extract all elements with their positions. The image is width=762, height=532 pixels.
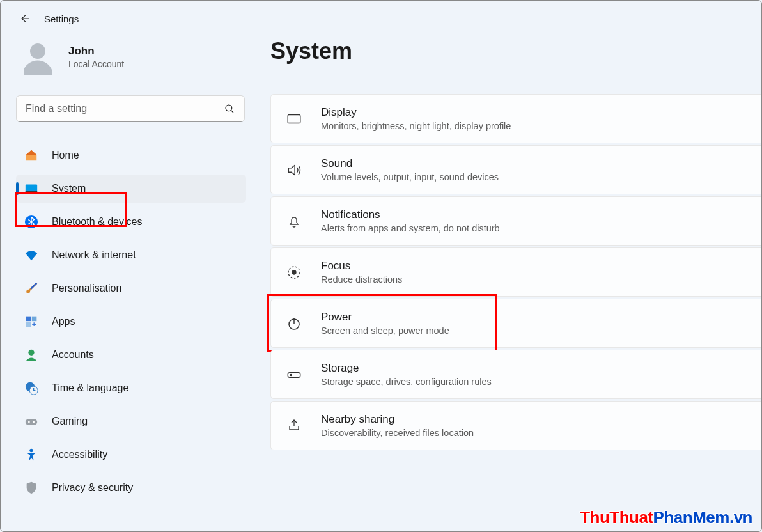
card-title: Nearby sharing [321, 413, 474, 426]
watermark-part1: ThuThuat [580, 508, 653, 527]
share-icon [285, 417, 303, 435]
nav-label: Privacy & security [52, 482, 133, 494]
nav-list: Home System Bluetooth & devices Network … [16, 141, 246, 502]
svg-point-21 [290, 374, 292, 375]
nav-label: Network & internet [52, 249, 136, 261]
svg-point-0 [30, 43, 45, 59]
sidebar-item-time-language[interactable]: Time & language [16, 374, 246, 402]
back-icon[interactable] [19, 12, 31, 25]
page-title: System [270, 38, 762, 65]
svg-rect-7 [26, 322, 31, 327]
bluetooth-icon [24, 214, 39, 230]
svg-point-1 [226, 105, 232, 111]
card-storage[interactable]: Storage Storage space, drives, configura… [270, 350, 762, 399]
display-icon [285, 110, 303, 128]
sidebar-item-accessibility[interactable]: Accessibility [16, 441, 246, 469]
user-name: John [68, 45, 124, 58]
card-title: Display [321, 106, 511, 119]
svg-point-15 [29, 449, 33, 453]
brush-icon [24, 281, 39, 296]
nav-label: Personalisation [52, 283, 121, 294]
accounts-icon [24, 347, 39, 363]
system-icon [24, 181, 39, 196]
home-icon [24, 148, 39, 163]
card-sub: Screen and sleep, power mode [321, 325, 449, 336]
card-title: Notifications [321, 208, 500, 221]
nav-label: Bluetooth & devices [52, 216, 142, 228]
user-account-type: Local Account [68, 59, 124, 69]
watermark-part3: .vn [729, 508, 752, 527]
card-sub: Monitors, brightness, night light, displ… [321, 121, 511, 131]
sidebar-item-personalisation[interactable]: Personalisation [16, 274, 246, 302]
card-sub: Discoverability, received files location [321, 428, 474, 438]
watermark-part2: PhanMem [653, 508, 729, 527]
svg-rect-16 [288, 114, 300, 123]
nav-label: Accounts [52, 349, 94, 361]
app-title: Settings [44, 13, 79, 24]
shield-icon [24, 480, 39, 496]
sidebar-item-home[interactable]: Home [16, 141, 246, 169]
settings-card-list: Display Monitors, brightness, night ligh… [270, 94, 762, 450]
gaming-icon [24, 414, 39, 429]
main-content: System Display Monitors, brightness, nig… [255, 25, 762, 524]
card-title: Storage [321, 362, 492, 375]
sidebar-item-privacy[interactable]: Privacy & security [16, 474, 246, 502]
apps-icon: + [24, 314, 39, 329]
focus-icon [285, 263, 303, 281]
sidebar-item-system[interactable]: System [16, 175, 246, 203]
avatar-icon [19, 38, 57, 76]
svg-point-14 [33, 421, 35, 423]
sound-icon [285, 161, 303, 179]
svg-point-18 [292, 270, 296, 274]
nav-label: Time & language [52, 382, 128, 394]
svg-point-13 [28, 421, 30, 423]
sidebar-item-bluetooth[interactable]: Bluetooth & devices [16, 208, 246, 236]
svg-rect-3 [26, 191, 37, 193]
card-sub: Volume levels, output, input, sound devi… [321, 172, 499, 182]
accessibility-icon [24, 447, 39, 462]
card-title: Focus [321, 260, 402, 272]
sidebar-item-network[interactable]: Network & internet [16, 241, 246, 269]
card-notifications[interactable]: Notifications Alerts from apps and syste… [270, 196, 762, 246]
watermark: ThuThuatPhanMem.vn [580, 508, 752, 528]
card-title: Power [321, 311, 449, 324]
nav-label: System [52, 183, 86, 194]
user-block[interactable]: John Local Account [19, 38, 246, 76]
svg-point-9 [28, 350, 34, 356]
card-sub: Alerts from apps and system, do not dist… [321, 223, 500, 233]
sidebar-item-gaming[interactable]: Gaming [16, 407, 246, 435]
card-power[interactable]: Power Screen and sleep, power mode [270, 299, 762, 348]
card-sound[interactable]: Sound Volume levels, output, input, soun… [270, 145, 762, 194]
wifi-icon [24, 247, 39, 263]
nav-label: Accessibility [52, 449, 107, 460]
card-nearby-sharing[interactable]: Nearby sharing Discoverability, received… [270, 401, 762, 450]
nav-label: Gaming [52, 416, 88, 427]
bell-icon [285, 212, 303, 230]
clock-globe-icon [24, 380, 39, 396]
svg-rect-5 [26, 317, 31, 322]
card-display[interactable]: Display Monitors, brightness, night ligh… [270, 94, 762, 143]
search-box[interactable] [16, 95, 245, 122]
nav-label: Apps [52, 316, 75, 327]
sidebar-item-accounts[interactable]: Accounts [16, 341, 246, 369]
card-sub: Reduce distractions [321, 274, 402, 285]
sidebar: John Local Account Home [1, 25, 255, 524]
svg-text:+: + [32, 320, 36, 328]
card-title: Sound [321, 157, 499, 170]
header-bar: Settings [1, 1, 761, 25]
search-icon[interactable] [224, 103, 235, 114]
storage-icon [285, 366, 303, 384]
power-icon [285, 315, 303, 332]
nav-label: Home [52, 150, 79, 161]
svg-rect-20 [288, 372, 300, 377]
search-input[interactable] [26, 103, 224, 114]
card-sub: Storage space, drives, configuration rul… [321, 377, 492, 387]
svg-rect-12 [26, 419, 37, 425]
sidebar-item-apps[interactable]: + Apps [16, 308, 246, 336]
card-focus[interactable]: Focus Reduce distractions [270, 247, 762, 297]
